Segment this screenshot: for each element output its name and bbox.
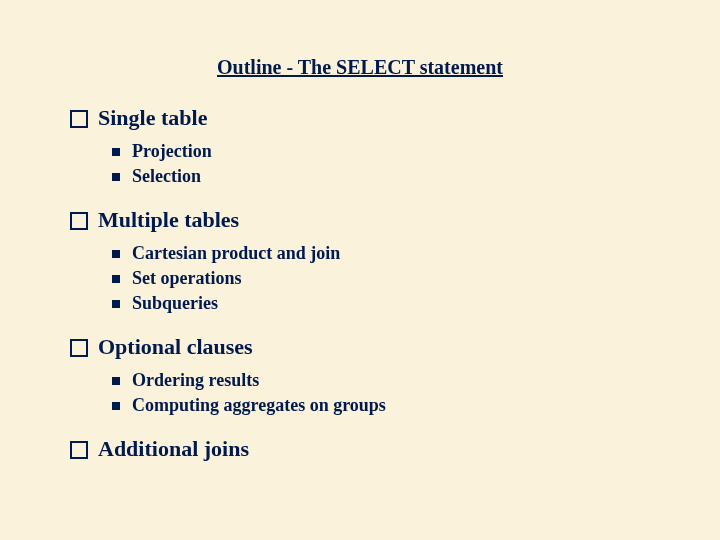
list-item: Projection bbox=[112, 141, 650, 162]
sub-list: Projection Selection bbox=[112, 137, 650, 191]
outline-list: Single table Projection Selection Multip… bbox=[70, 105, 650, 462]
list-item: Computing aggregates on groups bbox=[112, 395, 650, 416]
sub-list: Cartesian product and join Set operation… bbox=[112, 239, 650, 318]
filled-square-icon bbox=[112, 250, 120, 258]
list-item: Subqueries bbox=[112, 293, 650, 314]
sub-item-label: Ordering results bbox=[132, 370, 259, 391]
list-item: Set operations bbox=[112, 268, 650, 289]
sub-item-label: Subqueries bbox=[132, 293, 218, 314]
hollow-square-icon bbox=[70, 339, 88, 357]
filled-square-icon bbox=[112, 377, 120, 385]
section-optional-clauses: Optional clauses Ordering results Comput… bbox=[70, 334, 650, 428]
sub-item-label: Set operations bbox=[132, 268, 242, 289]
sub-item-label: Cartesian product and join bbox=[132, 243, 340, 264]
hollow-square-icon bbox=[70, 110, 88, 128]
list-item: Cartesian product and join bbox=[112, 243, 650, 264]
filled-square-icon bbox=[112, 275, 120, 283]
sub-item-label: Projection bbox=[132, 141, 212, 162]
hollow-square-icon bbox=[70, 212, 88, 230]
list-item: Selection bbox=[112, 166, 650, 187]
section-label: Multiple tables bbox=[98, 207, 239, 233]
section-label: Additional joins bbox=[98, 436, 249, 462]
section-label: Single table bbox=[98, 105, 207, 131]
section-label: Optional clauses bbox=[98, 334, 253, 360]
list-item: Ordering results bbox=[112, 370, 650, 391]
slide-title: Outline - The SELECT statement bbox=[70, 56, 650, 79]
filled-square-icon bbox=[112, 402, 120, 410]
filled-square-icon bbox=[112, 173, 120, 181]
section-single-table: Single table Projection Selection bbox=[70, 105, 650, 199]
sub-item-label: Selection bbox=[132, 166, 201, 187]
filled-square-icon bbox=[112, 300, 120, 308]
section-multiple-tables: Multiple tables Cartesian product and jo… bbox=[70, 207, 650, 326]
sub-item-label: Computing aggregates on groups bbox=[132, 395, 386, 416]
slide: Outline - The SELECT statement Single ta… bbox=[0, 0, 720, 540]
sub-list: Ordering results Computing aggregates on… bbox=[112, 366, 650, 420]
section-additional-joins: Additional joins bbox=[70, 436, 650, 462]
hollow-square-icon bbox=[70, 441, 88, 459]
filled-square-icon bbox=[112, 148, 120, 156]
